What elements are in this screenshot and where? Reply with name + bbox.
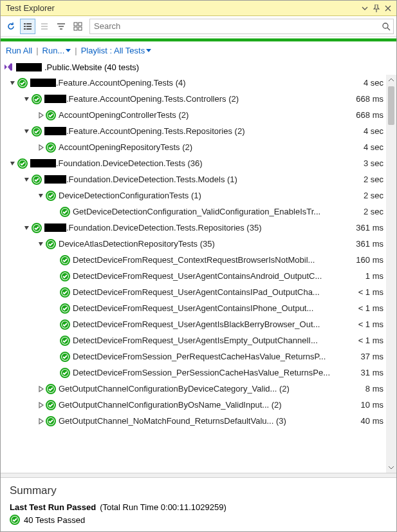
pass-icon — [32, 126, 42, 137]
collapse-icon[interactable] — [23, 95, 32, 104]
scrollbar[interactable] — [386, 75, 396, 473]
search-box[interactable] — [89, 19, 394, 34]
collapse-icon[interactable] — [8, 79, 17, 88]
separator: | — [36, 46, 38, 55]
tree-row[interactable]: DetectDeviceFromSession_PerSessionCacheH… — [3, 365, 386, 381]
tree-label: GetDeviceDetectionConfiguration_ValidCon… — [73, 207, 360, 216]
tree-row[interactable]: DetectDeviceFromRequest_UserAgentContain… — [3, 268, 386, 284]
refresh-button[interactable] — [3, 19, 19, 34]
list-view-button[interactable] — [37, 19, 52, 34]
filter-button[interactable] — [53, 19, 69, 34]
playlist-dropdown[interactable]: Playlist : All Tests — [81, 46, 151, 55]
tree-time: 40 ms — [357, 416, 383, 426]
pass-icon — [46, 191, 56, 201]
options-button[interactable] — [70, 19, 86, 34]
tree-time: 160 ms — [352, 255, 383, 265]
tree-row[interactable]: .Feature.AccountOpening.Tests (4)4 sec — [3, 75, 386, 91]
tree-row[interactable]: DeviceAtlasDetectionRepositoryTests (35)… — [3, 236, 386, 252]
window-title: Test Explorer — [3, 3, 359, 13]
tree-row[interactable]: GetOutputChannel_NoMatchFound_ReturnsDef… — [3, 413, 386, 429]
tree-row[interactable]: AccountOpeningControllerTests (2)668 ms — [3, 107, 386, 123]
tree-row[interactable]: .Feature.AccountOpening.Tests.Controller… — [3, 91, 386, 107]
separator: | — [75, 46, 77, 55]
tree-row[interactable]: DetectDeviceFromRequest_UserAgentContain… — [3, 284, 386, 300]
svg-rect-2 — [24, 26, 26, 27]
expand-icon[interactable] — [37, 401, 46, 410]
test-tree[interactable]: .Feature.AccountOpening.Tests (4)4 sec.F… — [3, 75, 386, 473]
toolbar — [1, 16, 396, 37]
tree-time: 668 ms — [352, 94, 383, 104]
run-dropdown[interactable]: Run... — [42, 46, 71, 55]
tree-label: DetectDeviceFromRequest_ContextRequestBr… — [73, 255, 352, 265]
pass-icon — [60, 287, 70, 298]
expand-icon[interactable] — [37, 385, 46, 394]
pass-icon — [17, 78, 28, 88]
tree-label: .Foundation.DeviceDetection.Tests (36) — [56, 158, 360, 168]
project-row: .Public.Website (40 tests) — [1, 59, 396, 75]
summary-panel: Summary Last Test Run Passed (Total Run … — [1, 478, 396, 531]
collapse-icon[interactable] — [23, 175, 32, 184]
tree-row[interactable]: DetectDeviceFromRequest_UserAgentIsBlack… — [3, 316, 386, 332]
svg-point-13 — [383, 23, 388, 28]
collapse-icon[interactable] — [23, 127, 32, 136]
tree-label: .Feature.AccountOpening.Tests.Controller… — [66, 94, 352, 104]
search-icon[interactable] — [379, 22, 393, 31]
tree-row[interactable]: .Foundation.DeviceDetection.Tests.Models… — [3, 171, 386, 187]
pass-icon — [46, 142, 56, 153]
project-name: .Public.Website (40 tests) — [44, 62, 139, 72]
visual-studio-icon — [3, 62, 14, 72]
window-dropdown-icon[interactable] — [359, 3, 371, 14]
tree-row[interactable]: .Foundation.DeviceDetection.Tests (36)3 … — [3, 155, 386, 171]
group-by-button[interactable] — [20, 19, 35, 34]
tree-row[interactable]: DetectDeviceFromRequest_ContextRequestBr… — [3, 252, 386, 268]
collapse-icon[interactable] — [8, 159, 17, 168]
pass-icon — [46, 384, 56, 394]
tree-row[interactable]: GetOutputChannelConfigurationByOsName_Va… — [3, 397, 386, 413]
scroll-up-icon[interactable] — [386, 75, 396, 85]
scroll-down-icon[interactable] — [386, 462, 396, 473]
run-all-link[interactable]: Run All — [6, 46, 32, 55]
tree-row[interactable]: DetectDeviceFromSession_PerRequestCacheH… — [3, 348, 386, 365]
tree-row[interactable]: DetectDeviceFromRequest_UserAgentIsEmpty… — [3, 332, 386, 348]
pass-icon — [46, 416, 56, 426]
tree-row[interactable]: GetDeviceDetectionConfiguration_ValidCon… — [3, 204, 386, 220]
tree-row[interactable]: .Foundation.DeviceDetection.Tests.Reposi… — [3, 220, 386, 236]
expand-icon[interactable] — [37, 143, 46, 152]
title-bar: Test Explorer — [1, 1, 396, 16]
expand-icon[interactable] — [37, 111, 46, 120]
tree-area: .Feature.AccountOpening.Tests (4)4 sec.F… — [1, 75, 396, 473]
tree-time: 8 ms — [362, 384, 383, 394]
tree-row[interactable]: AccountOpeningRepositoryTests (2)4 sec — [3, 139, 386, 155]
tree-time: 2 sec — [360, 207, 383, 216]
pass-icon — [60, 303, 70, 314]
svg-rect-9 — [74, 23, 77, 26]
redacted-text — [44, 95, 66, 103]
pin-icon[interactable] — [371, 3, 382, 14]
tree-row[interactable]: .Feature.AccountOpening.Tests.Repositori… — [3, 123, 386, 139]
pass-icon — [32, 223, 42, 233]
tree-row[interactable]: DetectDeviceFromRequest_UserAgentContain… — [3, 300, 386, 316]
tree-time: < 1 ms — [355, 319, 383, 329]
tree-label: DetectDeviceFromRequest_UserAgentContain… — [73, 287, 355, 297]
tree-label: DetectDeviceFromRequest_UserAgentIsBlack… — [73, 319, 355, 329]
summary-heading: Summary — [10, 484, 387, 497]
expand-icon[interactable] — [37, 417, 46, 426]
collapse-icon[interactable] — [37, 191, 46, 200]
tree-row[interactable]: DeviceDetectionConfigurationTests (1)2 s… — [3, 187, 386, 204]
pass-icon — [17, 158, 28, 169]
tree-label: .Feature.AccountOpening.Tests (4) — [56, 78, 360, 88]
redacted-text — [30, 159, 56, 167]
close-icon[interactable] — [382, 3, 394, 14]
tree-time: < 1 ms — [355, 336, 383, 345]
pass-icon — [60, 336, 70, 346]
search-input[interactable] — [90, 21, 379, 31]
tree-time: 4 sec — [360, 126, 383, 136]
collapse-icon[interactable] — [23, 223, 32, 233]
pass-icon — [32, 175, 42, 185]
splitter[interactable] — [1, 473, 396, 478]
scrollbar-thumb[interactable] — [388, 86, 394, 125]
tree-time: 31 ms — [357, 368, 383, 377]
tree-label: .Foundation.DeviceDetection.Tests.Reposi… — [66, 223, 352, 233]
tree-row[interactable]: GetOutputChannelConfigurationByDeviceCat… — [3, 381, 386, 397]
collapse-icon[interactable] — [37, 240, 46, 249]
